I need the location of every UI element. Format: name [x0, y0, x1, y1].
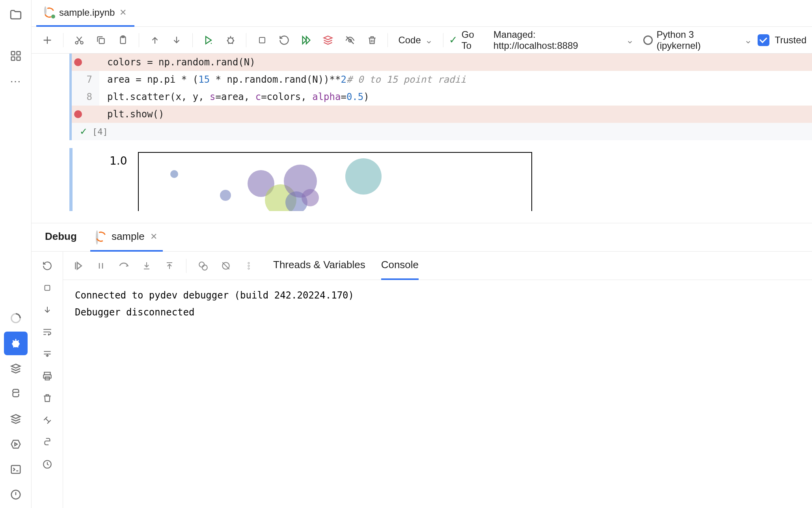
folder-icon[interactable] [4, 3, 28, 27]
chevron-down-icon: ⌄ [425, 35, 433, 46]
debug-icon[interactable] [4, 332, 28, 355]
chevron-down-icon: ⌄ [744, 35, 752, 46]
clear-output-button[interactable] [340, 30, 360, 50]
restart-button[interactable] [274, 30, 294, 50]
bubble [302, 189, 319, 206]
ytick-label: 1.0 [110, 154, 127, 167]
trusted-label: Trusted [775, 35, 806, 46]
structure-icon[interactable] [4, 44, 28, 68]
loading-icon[interactable] [4, 306, 28, 330]
paste-button[interactable] [113, 30, 133, 50]
tab-label: sample [112, 230, 145, 243]
trusted-toggle[interactable]: Trusted [758, 34, 806, 46]
cut-button[interactable] [69, 30, 89, 50]
notebook-toolbar: Code ⌄ ✓ Go To Managed: http://localhost… [32, 27, 812, 54]
stop-button[interactable] [37, 278, 58, 298]
panel-tab-debug[interactable]: Debug [39, 223, 82, 252]
move-down-button[interactable] [166, 30, 187, 50]
console-tab[interactable]: Console [381, 252, 419, 280]
jupyter-icon [96, 232, 106, 242]
code-line[interactable]: area = np.pi * (15 * np.random.rand(N))*… [99, 71, 812, 88]
breakpoint-icon[interactable] [74, 110, 82, 118]
breakpoint-icon[interactable] [74, 58, 82, 66]
kernel-status-icon [643, 35, 653, 45]
debug-toolbar: Threads & Variables Console [63, 252, 812, 280]
print-button[interactable] [37, 366, 58, 386]
down-button[interactable] [37, 300, 58, 320]
checkbox-icon [758, 34, 769, 46]
debug-side-toolbar [32, 252, 63, 508]
svg-point-26 [248, 268, 250, 269]
svg-rect-10 [99, 38, 104, 43]
bubble [170, 170, 178, 178]
jupyter-icon [44, 7, 54, 18]
editor-tab-sample[interactable]: sample.ipynb ✕ [36, 0, 134, 27]
add-cell-button[interactable] [37, 30, 58, 50]
svg-rect-3 [17, 57, 20, 61]
mute-breakpoints-button[interactable] [216, 256, 236, 276]
cell-type-label: Code [398, 35, 421, 46]
pause-button[interactable] [91, 256, 111, 276]
stack-icon[interactable] [4, 357, 28, 380]
history-icon[interactable] [37, 454, 58, 475]
run-all-button[interactable] [296, 30, 317, 50]
view-breakpoints-button[interactable] [193, 256, 213, 276]
goto-button[interactable]: ✓ Go To [449, 29, 486, 51]
svg-point-13 [228, 38, 233, 43]
cell-type-select[interactable]: Code ⌄ [393, 35, 437, 46]
python-icon[interactable] [37, 432, 58, 452]
panel-tabbar: Debug sample ✕ [32, 223, 812, 252]
terminal-icon[interactable] [4, 458, 28, 481]
restart-kernel-button[interactable] [318, 30, 338, 50]
console-line: Debugger disconnected [75, 304, 800, 321]
server-status[interactable]: Managed: http://localhost:8889 ⌄ [490, 29, 638, 51]
svg-point-5 [13, 341, 19, 347]
more-icon[interactable]: ⋯ [10, 69, 22, 93]
python-icon[interactable] [4, 382, 28, 406]
svg-rect-0 [11, 52, 15, 55]
console-line: Connected to pydev debugger (build 242.2… [75, 287, 800, 304]
more-button[interactable] [238, 256, 259, 276]
layers-icon[interactable] [4, 407, 28, 431]
svg-point-22 [202, 265, 207, 270]
scroll-end-button[interactable] [37, 344, 58, 364]
svg-point-25 [248, 265, 250, 267]
move-up-button[interactable] [145, 30, 165, 50]
panel-tab-sample[interactable]: sample ✕ [90, 223, 163, 252]
step-over-button[interactable] [114, 256, 134, 276]
tab-title: sample.ipynb [59, 7, 115, 18]
step-into-button[interactable] [136, 256, 157, 276]
kernel-label: Python 3 (ipykernel) [657, 29, 740, 51]
console-output[interactable]: Connected to pydev debugger (build 242.2… [63, 280, 812, 508]
wrap-button[interactable] [37, 322, 58, 342]
server-label: Managed: http://localhost:8889 [494, 29, 622, 51]
bubble [220, 190, 231, 201]
threads-tab[interactable]: Threads & Variables [273, 252, 365, 280]
tab-label: Threads & Variables [273, 259, 365, 271]
close-icon[interactable]: ✕ [119, 7, 127, 18]
code-line[interactable]: plt.scatter(x, y, s=area, c=colors, alph… [99, 88, 812, 106]
resume-button[interactable] [68, 256, 88, 276]
code-line[interactable]: plt.show() [99, 106, 812, 123]
scatter-plot: 1.0 [106, 148, 532, 211]
expand-button[interactable] [37, 410, 58, 430]
goto-label: Go To [462, 29, 486, 51]
editor-tabbar: sample.ipynb ✕ [32, 0, 812, 27]
stop-button[interactable] [252, 30, 272, 50]
delete-button[interactable] [362, 30, 382, 50]
rerun-button[interactable] [37, 256, 58, 276]
copy-button[interactable] [91, 30, 111, 50]
check-icon: ✓ [80, 126, 88, 137]
line-number: 8 [76, 91, 92, 102]
close-icon[interactable]: ✕ [150, 232, 157, 242]
run-cell-button[interactable] [198, 30, 219, 50]
step-out-button[interactable] [159, 256, 180, 276]
check-icon: ✓ [449, 34, 458, 46]
kernel-select[interactable]: Python 3 (ipykernel) ⌄ [639, 29, 756, 51]
warning-icon[interactable] [4, 483, 28, 506]
trash-button[interactable] [37, 388, 58, 408]
run-hex-icon[interactable] [4, 432, 28, 456]
debug-cell-button[interactable] [220, 30, 241, 50]
code-line[interactable]: colors = np.random.rand(N) [99, 54, 812, 71]
bubble [345, 158, 382, 195]
